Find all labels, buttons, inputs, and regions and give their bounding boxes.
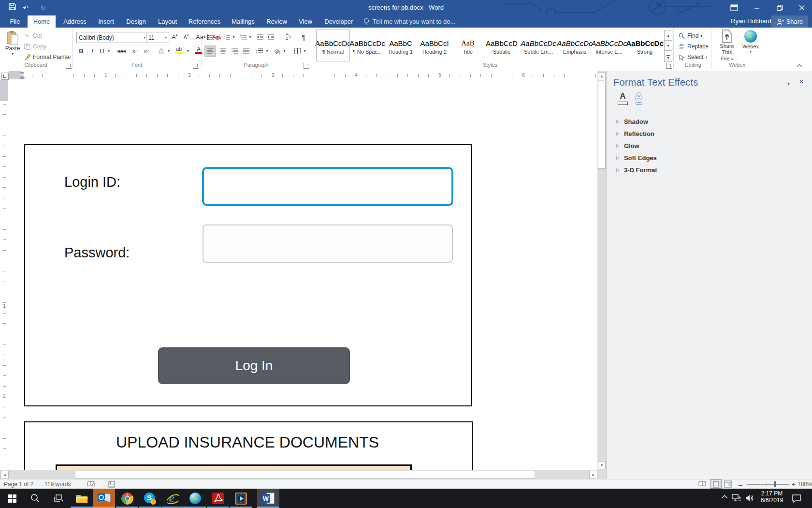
zoom-out-button[interactable]: – [739, 481, 742, 489]
select-button[interactable]: Select▾ [678, 52, 707, 62]
zoom-slider-thumb[interactable] [774, 481, 776, 487]
zoom-percentage[interactable]: 180% [798, 481, 812, 488]
taskbar-app-media-player[interactable] [230, 489, 252, 508]
find-button[interactable]: Find▾ [678, 31, 702, 41]
zoom-in-button[interactable]: + [792, 481, 796, 488]
ribbon-display-options-button[interactable] [723, 0, 745, 15]
scroll-right-button[interactable]: ▸ [589, 471, 597, 479]
pane-item-glow[interactable]: ▷Glow [616, 141, 639, 150]
line-spacing-button[interactable]: ↕ [253, 46, 265, 56]
scroll-up-button[interactable]: ▴ [598, 72, 606, 80]
shading-dropdown-icon[interactable]: ▾ [282, 46, 287, 56]
pane-item-3d-format[interactable]: ▷3-D Format [616, 165, 657, 175]
clipboard-dialog-launcher[interactable] [66, 63, 72, 69]
bullets-button[interactable] [205, 32, 216, 42]
share-button[interactable]: Share [771, 15, 808, 28]
taskbar-app-skype[interactable]: S [139, 489, 161, 508]
web-layout-button[interactable] [724, 480, 732, 488]
taskbar-app-acrobat[interactable] [207, 489, 229, 508]
style-no-spacing[interactable]: AaBbCcDc¶ No Spac... [351, 30, 383, 61]
word-count[interactable]: 119 words [44, 481, 71, 488]
font-family-dropdown-icon[interactable]: ▾ [144, 35, 145, 40]
font-dialog-launcher[interactable] [193, 63, 199, 69]
show-formatting-button[interactable]: ¶ [299, 32, 308, 42]
tray-show-hidden-icons[interactable] [721, 494, 728, 499]
minimize-button[interactable] [746, 0, 768, 15]
strikethrough-button[interactable]: abc [115, 46, 129, 56]
align-center-button[interactable] [218, 46, 228, 56]
tab-insert[interactable]: Insert [95, 15, 117, 28]
styles-dialog-launcher[interactable] [666, 63, 672, 69]
text-effects-tab-icon[interactable]: A [635, 90, 643, 105]
taskbar-app-chrome[interactable] [116, 489, 138, 508]
subscript-button[interactable]: x2 [130, 46, 140, 56]
underline-dropdown-icon[interactable]: ▾ [106, 46, 111, 56]
shrink-font-button[interactable]: A▾ [181, 32, 191, 42]
font-size-combo[interactable]: 11▾ [146, 32, 169, 43]
tab-design[interactable]: Design [123, 15, 149, 28]
horizontal-scroll-thumb[interactable] [75, 471, 535, 478]
tab-developer[interactable]: Developer [322, 15, 356, 28]
tab-layout[interactable]: Layout [154, 15, 181, 28]
italic-button[interactable]: I [88, 46, 97, 56]
start-button[interactable] [1, 489, 23, 508]
scroll-down-button[interactable]: ▾ [598, 461, 606, 469]
collapse-ribbon-icon[interactable] [797, 63, 802, 67]
borders-dropdown-icon[interactable]: ▾ [303, 46, 307, 56]
tab-mailings[interactable]: Mailings [228, 15, 259, 28]
taskbar-search-button[interactable] [24, 489, 46, 508]
paragraph-dialog-launcher[interactable] [304, 63, 309, 69]
line-spacing-dropdown-icon[interactable]: ▾ [265, 46, 269, 56]
task-view-button[interactable] [47, 489, 70, 508]
style-normal[interactable]: AaBbCcDc¶ Normal [317, 30, 349, 61]
signed-in-user[interactable]: Ryan Hubbard [731, 17, 771, 25]
style-intense-emphasis[interactable]: AaBbCcDcIntense E... [593, 30, 625, 61]
read-mode-button[interactable] [698, 480, 707, 488]
taskbar-app-webex[interactable] [184, 489, 206, 508]
style-heading2[interactable]: AaBbCcIHeading 2 [418, 30, 451, 61]
text-fill-outline-icon[interactable]: A [618, 91, 628, 105]
font-color-button[interactable]: A [193, 45, 204, 55]
tab-review[interactable]: Review [263, 15, 290, 28]
borders-button[interactable] [292, 46, 303, 56]
vertical-scrollbar[interactable]: ▴ ▾ [597, 71, 606, 470]
styles-more-button[interactable]: ▾ [664, 50, 672, 62]
log-in-button[interactable]: Log In [158, 347, 350, 384]
highlight-button[interactable]: ab [173, 45, 185, 55]
proofing-status-icon[interactable] [87, 481, 95, 488]
multilevel-list-button[interactable] [238, 32, 248, 42]
style-title[interactable]: AaBTitle [453, 30, 483, 61]
taskbar-app-outlook[interactable] [93, 489, 115, 508]
action-center-icon[interactable] [792, 494, 801, 503]
bold-button[interactable]: B [76, 46, 86, 56]
network-icon[interactable] [732, 494, 741, 502]
scroll-left-button[interactable]: ◂ [0, 471, 9, 479]
style-strong[interactable]: AaBbCcDcStrong [627, 30, 663, 61]
styles-scroll-up-button[interactable]: ▴ [664, 30, 672, 41]
copy-button[interactable]: Copy [23, 42, 46, 51]
vertical-ruler[interactable]: 1 2 3 [0, 80, 9, 470]
tab-references[interactable]: References [186, 15, 223, 28]
align-left-button[interactable] [205, 46, 216, 56]
paste-button[interactable]: Paste ▾ [3, 30, 22, 64]
indent-markers[interactable] [19, 72, 25, 79]
tab-selector-button[interactable] [1, 73, 9, 80]
replace-button[interactable]: abac Replace [678, 42, 709, 51]
text-effects-button[interactable]: A [157, 46, 166, 56]
taskbar-app-file-explorer[interactable] [71, 489, 93, 508]
pane-options-dropdown-icon[interactable]: ▾ [787, 81, 790, 86]
align-right-button[interactable] [229, 46, 240, 56]
underline-button[interactable]: U [98, 46, 106, 56]
macro-recording-icon[interactable] [108, 481, 115, 488]
page-count[interactable]: Page 1 of 2 [4, 481, 33, 488]
close-button[interactable] [791, 0, 812, 15]
style-subtitle[interactable]: AaBbCcDSubtitle [485, 30, 519, 61]
numbering-button[interactable] [221, 32, 232, 42]
restore-button[interactable] [768, 0, 791, 15]
style-emphasis[interactable]: AaBbCcDcEmphasis [558, 30, 591, 61]
pane-close-icon[interactable]: × [799, 77, 804, 87]
tab-home[interactable]: Home [28, 15, 56, 28]
cut-button[interactable]: ✂ Cut [23, 31, 42, 41]
grow-font-button[interactable]: A▴ [169, 32, 180, 42]
tab-address[interactable]: Address [60, 15, 90, 28]
